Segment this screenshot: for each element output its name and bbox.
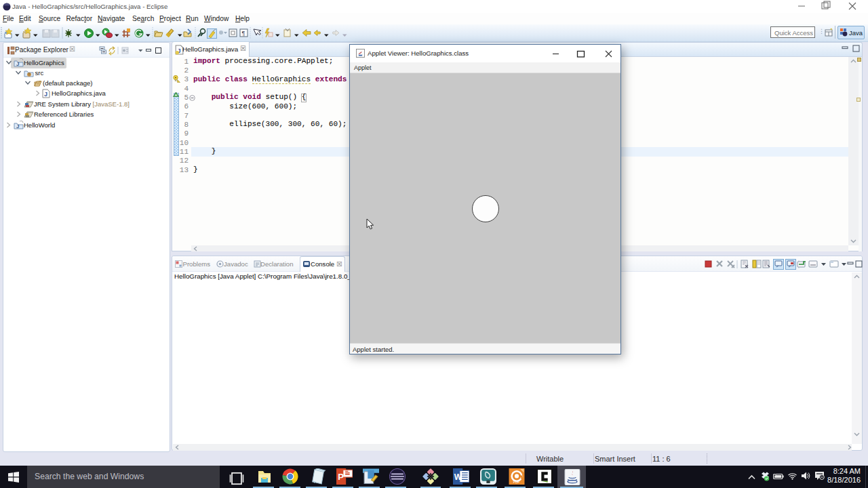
svg-text:J: J	[16, 123, 19, 129]
svg-text:J: J	[16, 61, 19, 67]
svg-text:¶: ¶	[242, 30, 245, 37]
svg-text:J: J	[44, 91, 47, 98]
svg-text:W: W	[454, 472, 462, 482]
svg-text:PDF: PDF	[513, 481, 520, 484]
svg-text:P: P	[338, 472, 344, 482]
